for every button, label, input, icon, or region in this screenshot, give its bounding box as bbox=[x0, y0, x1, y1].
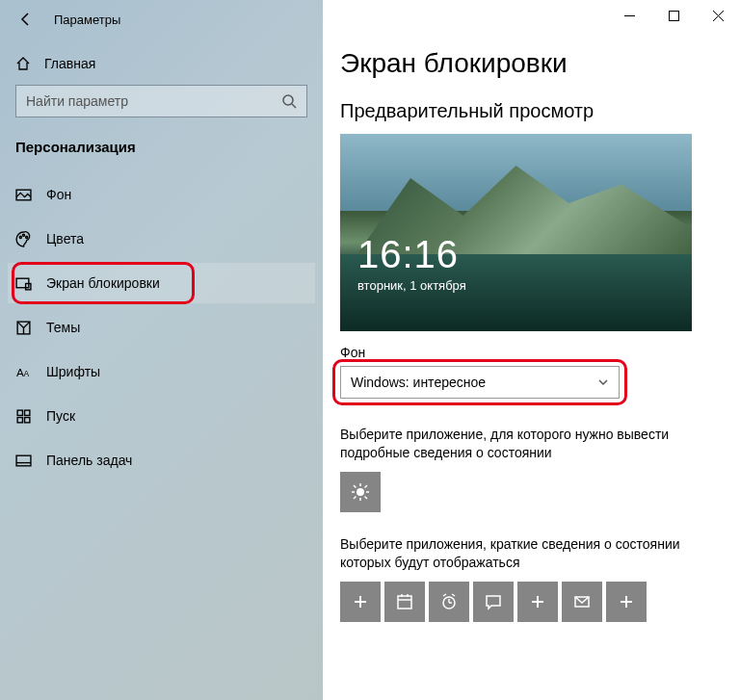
sidebar: Параметры Главная Персонализация Фон Цве… bbox=[0, 0, 323, 700]
taskbar-icon bbox=[15, 453, 39, 469]
fonts-icon: AA bbox=[15, 364, 39, 380]
quick-status-slot-messaging[interactable] bbox=[473, 582, 514, 622]
svg-rect-10 bbox=[17, 410, 22, 415]
sidebar-item-taskbar[interactable]: Панель задач bbox=[8, 440, 315, 480]
background-dropdown-wrap: Windows: интересное bbox=[340, 366, 620, 399]
nav-label: Темы bbox=[46, 320, 80, 335]
sidebar-item-start[interactable]: Пуск bbox=[8, 396, 315, 436]
svg-point-20 bbox=[357, 488, 364, 496]
sidebar-item-colors[interactable]: Цвета bbox=[8, 219, 315, 259]
plus-icon bbox=[351, 592, 370, 611]
section-title: Персонализация bbox=[15, 139, 307, 155]
detailed-status-app[interactable] bbox=[340, 472, 381, 512]
svg-line-39 bbox=[452, 594, 455, 596]
preview-heading: Предварительный просмотр bbox=[340, 100, 723, 122]
svg-point-3 bbox=[22, 234, 24, 236]
themes-icon bbox=[15, 320, 39, 336]
svg-rect-14 bbox=[16, 455, 31, 466]
quick-status-text: Выберите приложения, краткие сведения о … bbox=[340, 535, 723, 572]
lock-screen-icon bbox=[15, 275, 39, 292]
background-dropdown[interactable]: Windows: интересное bbox=[340, 366, 620, 399]
svg-rect-11 bbox=[25, 410, 30, 415]
quick-status-slot-alarm[interactable] bbox=[429, 582, 469, 622]
svg-line-28 bbox=[365, 485, 368, 488]
sidebar-item-lock-screen[interactable]: Экран блокировки bbox=[8, 263, 315, 303]
nav-label: Экран блокировки bbox=[46, 275, 160, 291]
svg-rect-12 bbox=[17, 417, 22, 422]
page-title: Экран блокировки bbox=[340, 48, 723, 79]
minimize-button[interactable] bbox=[607, 0, 651, 31]
nav-label: Шрифты bbox=[46, 364, 100, 379]
svg-line-38 bbox=[443, 594, 446, 596]
lock-screen-preview[interactable]: 16:16 вторник, 1 октября bbox=[340, 134, 692, 331]
search-box[interactable] bbox=[15, 85, 307, 117]
clock-icon bbox=[439, 592, 459, 611]
calendar-icon bbox=[395, 592, 414, 611]
search-input[interactable] bbox=[26, 93, 281, 109]
svg-line-25 bbox=[354, 485, 357, 488]
sidebar-item-themes[interactable]: Темы bbox=[8, 307, 315, 348]
window-controls bbox=[607, 0, 740, 31]
preview-date: вторник, 1 октября bbox=[357, 278, 466, 293]
sidebar-item-fonts[interactable]: AA Шрифты bbox=[8, 351, 315, 392]
sidebar-item-background[interactable]: Фон bbox=[8, 174, 315, 215]
svg-line-26 bbox=[365, 496, 368, 499]
quick-status-slot-add[interactable] bbox=[606, 582, 647, 622]
preview-clock: 16:16 вторник, 1 октября bbox=[357, 233, 466, 293]
nav-label: Цвета bbox=[46, 231, 84, 246]
quick-status-slot-mail[interactable] bbox=[562, 582, 602, 622]
detailed-status-text: Выберите приложение, для которого нужно … bbox=[340, 426, 723, 462]
svg-rect-13 bbox=[25, 417, 30, 422]
svg-point-0 bbox=[283, 95, 293, 105]
nav-label: Фон bbox=[46, 187, 71, 202]
maximize-button[interactable] bbox=[651, 0, 696, 31]
nav-label: Панель задач bbox=[46, 453, 132, 468]
background-label: Фон bbox=[340, 345, 723, 360]
quick-status-block: Выберите приложения, краткие сведения о … bbox=[340, 535, 723, 622]
svg-line-27 bbox=[354, 496, 357, 499]
window-title: Параметры bbox=[54, 13, 120, 27]
home-label: Главная bbox=[44, 56, 95, 71]
home-icon bbox=[15, 56, 37, 71]
colors-icon bbox=[15, 231, 39, 247]
detailed-status-block: Выберите приложение, для которого нужно … bbox=[340, 426, 723, 512]
search-icon bbox=[281, 93, 297, 109]
svg-text:A: A bbox=[24, 368, 30, 377]
back-button[interactable] bbox=[15, 9, 37, 30]
home-nav[interactable]: Главная bbox=[15, 56, 307, 71]
plus-icon bbox=[617, 592, 636, 611]
plus-icon bbox=[528, 592, 547, 611]
quick-status-slot-add[interactable] bbox=[517, 582, 558, 622]
svg-point-4 bbox=[26, 236, 28, 238]
weather-icon bbox=[351, 482, 370, 502]
nav-label: Пуск bbox=[46, 408, 75, 424]
svg-point-2 bbox=[19, 236, 21, 238]
chat-icon bbox=[484, 592, 503, 611]
chevron-down-icon bbox=[597, 376, 609, 388]
content-area: Экран блокировки Предварительный просмот… bbox=[323, 0, 740, 700]
svg-rect-17 bbox=[669, 11, 678, 20]
dropdown-value: Windows: интересное bbox=[351, 375, 486, 390]
quick-status-slot-add[interactable] bbox=[340, 582, 381, 622]
titlebar: Параметры bbox=[15, 0, 307, 39]
settings-window: Параметры Главная Персонализация Фон Цве… bbox=[0, 0, 740, 700]
svg-rect-31 bbox=[398, 596, 411, 609]
close-button[interactable] bbox=[696, 0, 740, 31]
preview-time: 16:16 bbox=[357, 233, 466, 276]
quick-status-slot-calendar[interactable] bbox=[384, 582, 425, 622]
background-icon bbox=[15, 187, 39, 203]
mail-icon bbox=[572, 592, 592, 611]
start-icon bbox=[15, 408, 39, 425]
